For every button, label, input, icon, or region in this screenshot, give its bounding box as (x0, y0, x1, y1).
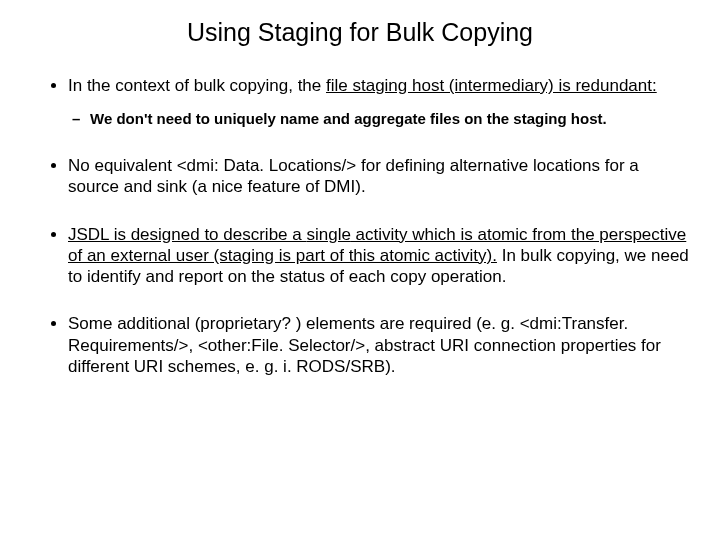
bullet-3-u2: single (306, 225, 350, 244)
bullet-list: In the context of bulk copying, the file… (28, 75, 692, 377)
bullet-3-u1: JSDL is designed to describe a (68, 225, 306, 244)
bullet-1-pre: In the context of bulk copying, the (68, 76, 326, 95)
slide: Using Staging for Bulk Copying In the co… (0, 0, 720, 540)
bullet-1-underline: file staging host (intermediary) is redu… (326, 76, 657, 95)
bullet-1-sub: We don't need to uniquely name and aggre… (90, 110, 692, 129)
bullet-1: In the context of bulk copying, the file… (68, 75, 692, 129)
bullet-3: JSDL is designed to describe a single ac… (68, 224, 692, 288)
bullet-2: No equivalent <dmi: Data. Locations/> fo… (68, 155, 692, 198)
bullet-4: Some additional (proprietary? ) elements… (68, 313, 692, 377)
slide-title: Using Staging for Bulk Copying (28, 18, 692, 47)
bullet-1-sublist: We don't need to uniquely name and aggre… (68, 110, 692, 129)
